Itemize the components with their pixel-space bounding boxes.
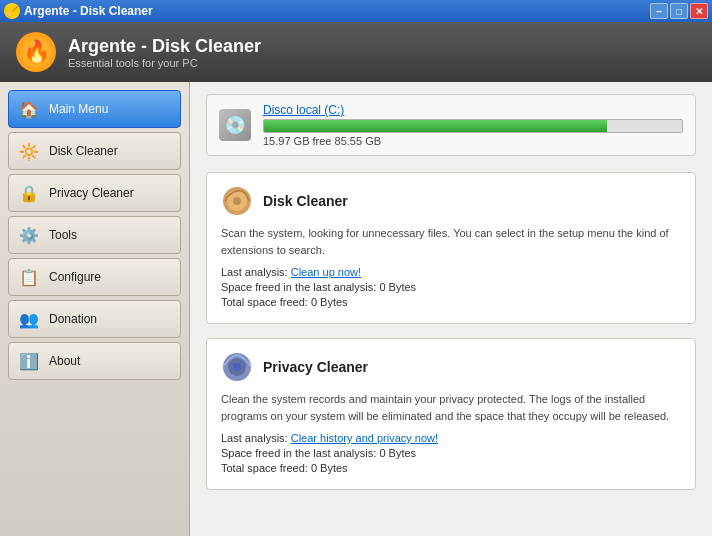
disk-cleaner-section-icon [221, 185, 253, 217]
disk-progress-fill [264, 120, 607, 132]
header-icon: 🔥 [16, 32, 56, 72]
disk-cleaner-section: Disk Cleaner Scan the system, looking fo… [206, 172, 696, 324]
sidebar-label-main-menu: Main Menu [49, 102, 108, 116]
sidebar-label-about: About [49, 354, 80, 368]
sidebar-label-configure: Configure [49, 270, 101, 284]
donation-icon: 👥 [17, 307, 41, 331]
privacy-cleaner-last-analysis: Last analysis: Clear history and privacy… [221, 432, 681, 444]
sidebar: 🏠 Main Menu 🔆 Disk Cleaner 🔒 Privacy Cle… [0, 82, 190, 536]
minimize-button[interactable]: – [650, 3, 668, 19]
svg-point-2 [233, 197, 241, 205]
privacy-cleaner-desc: Clean the system records and maintain yo… [221, 391, 681, 424]
privacy-cleaner-section: Privacy Cleaner Clean the system records… [206, 338, 696, 490]
sidebar-item-privacy-cleaner[interactable]: 🔒 Privacy Cleaner [8, 174, 181, 212]
disk-cleaner-link[interactable]: Clean up now! [291, 266, 361, 278]
app-header: 🔥 Argente - Disk Cleaner Essential tools… [0, 22, 712, 82]
home-icon: 🏠 [17, 97, 41, 121]
privacy-cleaner-title: Privacy Cleaner [263, 359, 368, 375]
app-subtitle: Essential tools for your PC [68, 57, 261, 69]
privacy-cleaner-section-icon [221, 351, 253, 383]
disk-cleaner-desc: Scan the system, looking for unnecessary… [221, 225, 681, 258]
app-icon: 🧹 [4, 3, 20, 19]
content-area: 💿 Disco local (C:) 15.97 GB free 85.55 G… [190, 82, 712, 536]
disk-bar-section: 💿 Disco local (C:) 15.97 GB free 85.55 G… [206, 94, 696, 156]
disk-link[interactable]: Disco local (C:) [263, 103, 344, 117]
privacy-cleaner-link[interactable]: Clear history and privacy now! [291, 432, 438, 444]
maximize-button[interactable]: □ [670, 3, 688, 19]
disk-cleaner-title: Disk Cleaner [263, 193, 348, 209]
privacy-cleaner-stat2: Total space freed: 0 Bytes [221, 462, 681, 474]
disk-progress-bar [263, 119, 683, 133]
privacy-cleaner-stat2-value: 0 Bytes [311, 462, 348, 474]
sidebar-label-tools: Tools [49, 228, 77, 242]
disk-cleaner-stat1: Space freed in the last analysis: 0 Byte… [221, 281, 681, 293]
sidebar-item-disk-cleaner[interactable]: 🔆 Disk Cleaner [8, 132, 181, 170]
sidebar-label-disk-cleaner: Disk Cleaner [49, 144, 118, 158]
privacy-icon: 🔒 [17, 181, 41, 205]
sidebar-item-main-menu[interactable]: 🏠 Main Menu [8, 90, 181, 128]
disk-info: Disco local (C:) 15.97 GB free 85.55 GB [263, 103, 683, 147]
disk-drive-icon: 💿 [219, 109, 251, 141]
sidebar-label-donation: Donation [49, 312, 97, 326]
disk-label: 15.97 GB free 85.55 GB [263, 135, 683, 147]
disk-cleaner-last-analysis: Last analysis: Clean up now! [221, 266, 681, 278]
svg-point-5 [233, 363, 241, 371]
sidebar-item-tools[interactable]: ⚙️ Tools [8, 216, 181, 254]
app-title: Argente - Disk Cleaner [68, 36, 261, 57]
sidebar-item-donation[interactable]: 👥 Donation [8, 300, 181, 338]
about-icon: ℹ️ [17, 349, 41, 373]
tools-icon: ⚙️ [17, 223, 41, 247]
main-area: 🏠 Main Menu 🔆 Disk Cleaner 🔒 Privacy Cle… [0, 82, 712, 536]
privacy-cleaner-stat1: Space freed in the last analysis: 0 Byte… [221, 447, 681, 459]
sidebar-item-configure[interactable]: 📋 Configure [8, 258, 181, 296]
configure-icon: 📋 [17, 265, 41, 289]
sidebar-label-privacy-cleaner: Privacy Cleaner [49, 186, 134, 200]
disk-cleaner-stat2-value: 0 Bytes [311, 296, 348, 308]
disk-cleaner-icon: 🔆 [17, 139, 41, 163]
title-bar: 🧹 Argente - Disk Cleaner – □ ✕ [0, 0, 712, 22]
disk-cleaner-stat1-value: 0 Bytes [379, 281, 416, 293]
window-title: Argente - Disk Cleaner [24, 4, 153, 18]
close-button[interactable]: ✕ [690, 3, 708, 19]
sidebar-item-about[interactable]: ℹ️ About [8, 342, 181, 380]
privacy-cleaner-stat1-value: 0 Bytes [379, 447, 416, 459]
disk-cleaner-stat2: Total space freed: 0 Bytes [221, 296, 681, 308]
